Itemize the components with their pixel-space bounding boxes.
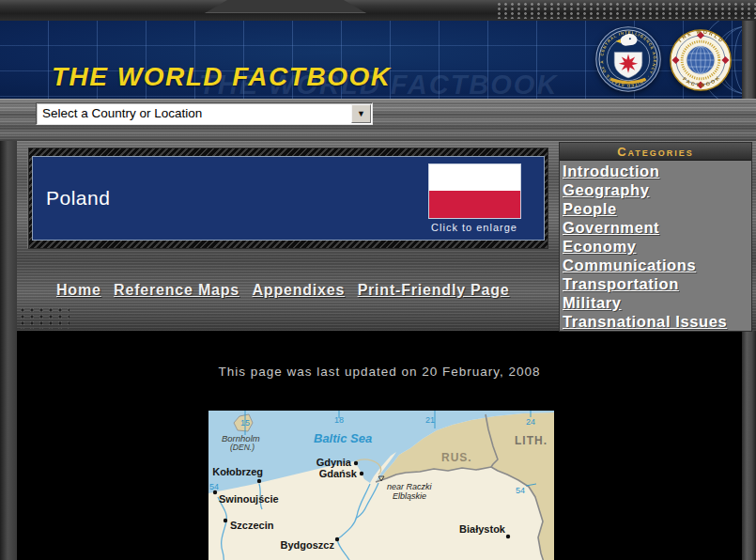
city-marker-swinoujscie xyxy=(213,490,217,494)
city-marker-gdansk xyxy=(360,472,363,475)
categories-panel: Categories Introduction Geography People… xyxy=(560,143,751,331)
raczki-annotation-line2: Elbląskie xyxy=(393,491,426,501)
city-marker-gdynia xyxy=(354,461,358,465)
raczki-annotation-line1: near Raczki xyxy=(387,482,433,491)
city-label-swinoujscie: Swinoujście xyxy=(219,493,279,505)
city-label-szczecin: Szczecin xyxy=(230,520,274,531)
nav-link-appendixes[interactable]: Appendixes xyxy=(252,282,345,298)
flag-red-stripe xyxy=(429,191,520,218)
russia-label: RUS. xyxy=(441,451,472,464)
nav-link-reference-maps[interactable]: Reference Maps xyxy=(114,282,239,298)
categories-list: Introduction Geography People Government… xyxy=(560,161,751,331)
city-label-bialystok: Białystok xyxy=(459,523,506,535)
category-link-military[interactable]: Military xyxy=(563,293,751,312)
categories-title: Categories xyxy=(617,145,694,159)
category-link-government[interactable]: Government xyxy=(563,218,751,237)
meridian-21-label: 21 xyxy=(425,415,435,425)
meridian-18-label: 18 xyxy=(334,415,344,425)
poland-map-svg: 15 18 21 24 54 54 Baltic Sea Bornholm (D… xyxy=(208,411,554,560)
city-marker-bydgoszcz xyxy=(335,537,339,541)
lithuania-label: LITH. xyxy=(515,434,548,447)
poland-flag[interactable] xyxy=(428,163,521,219)
category-link-people[interactable]: People xyxy=(563,199,751,218)
city-marker-bialystok xyxy=(506,535,510,538)
city-label-bydgoszcz: Bydgoszcz xyxy=(281,539,335,551)
top-chrome-bar xyxy=(0,0,756,21)
left-edge-strip xyxy=(0,141,17,560)
city-marker-szczecin xyxy=(224,519,227,522)
nav-link-home[interactable]: Home xyxy=(56,282,101,298)
last-updated-text: This page was last updated on 20 Februar… xyxy=(17,365,742,379)
country-flag-link[interactable]: Click to enlarge xyxy=(427,163,521,233)
city-marker-kolobrzeg xyxy=(257,479,261,483)
parallel-54-right-label: 54 xyxy=(516,486,525,495)
category-link-economy[interactable]: Economy xyxy=(563,237,751,256)
city-label-kolobrzeg: Kołobrzeg xyxy=(212,466,263,477)
city-label-gdansk: Gdańsk xyxy=(319,468,358,479)
country-map[interactable]: 15 18 21 24 54 54 Baltic Sea Bornholm (D… xyxy=(208,411,554,560)
world-factbook-seal: THE WORLD FACTBOOK xyxy=(669,28,733,92)
parallel-54-left-label: 54 xyxy=(209,482,219,491)
country-header: Poland Click to enlarge xyxy=(32,156,545,241)
country-select-button[interactable]: ▼ xyxy=(351,104,371,123)
country-name: Poland xyxy=(46,187,110,210)
content-area: This page was last updated on 20 Februar… xyxy=(17,331,742,560)
site-title: THE WORLD FACTBOOK xyxy=(52,62,391,92)
flag-caption: Click to enlarge xyxy=(427,222,521,233)
cia-seal: CENTRAL INTELLIGENCE AGENCY · UNITED STA… xyxy=(594,24,663,94)
country-select[interactable]: Select a Country or Location ▼ xyxy=(36,102,373,125)
meridian-24-label: 24 xyxy=(526,417,535,427)
categories-header: Categories xyxy=(560,143,751,161)
top-bar-tab-decoration xyxy=(205,0,366,13)
flag-white-stripe xyxy=(429,164,520,191)
country-header-frame: Poland Click to enlarge xyxy=(29,148,548,248)
factbook-page: THE WORLD FACTBOOK THE WORLD FACTBOOK CE… xyxy=(0,0,756,560)
category-link-communications[interactable]: Communications xyxy=(563,256,751,274)
nav-link-print-friendly[interactable]: Print-Friendly Page xyxy=(358,282,510,298)
meridian-15-label: 15 xyxy=(240,418,250,428)
site-banner: THE WORLD FACTBOOK THE WORLD FACTBOOK CE… xyxy=(0,21,742,99)
category-link-introduction[interactable]: Introduction xyxy=(563,162,751,180)
chevron-down-icon: ▼ xyxy=(357,110,365,118)
category-link-transportation[interactable]: Transportation xyxy=(563,274,751,293)
city-label-gdynia: Gdynia xyxy=(316,457,352,468)
country-select-value: Select a Country or Location xyxy=(42,106,202,120)
category-link-geography[interactable]: Geography xyxy=(563,180,751,199)
baltic-sea-label: Baltic Sea xyxy=(314,431,372,445)
main-nav: Home Reference Maps Appendixes Print-Fri… xyxy=(56,282,518,299)
category-link-transnational-issues[interactable]: Transnational Issues xyxy=(563,312,751,331)
top-bar-dot-texture xyxy=(498,3,756,19)
bornholm-den-label: (DEN.) xyxy=(230,443,255,452)
